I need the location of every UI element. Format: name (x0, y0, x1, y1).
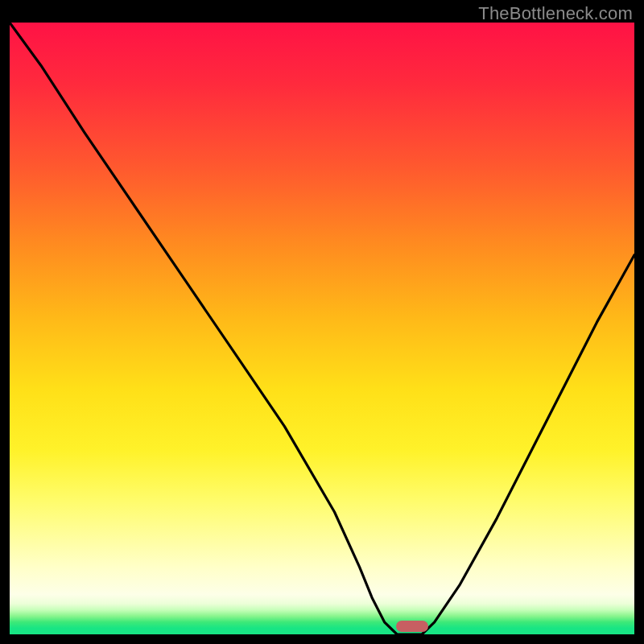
watermark-text: TheBottleneck.com (478, 3, 633, 24)
curve-path (10, 23, 634, 634)
optimal-marker (396, 621, 428, 632)
plot-area (10, 23, 634, 634)
chart-stage: TheBottleneck.com (0, 0, 644, 644)
bottleneck-curve (10, 23, 634, 634)
